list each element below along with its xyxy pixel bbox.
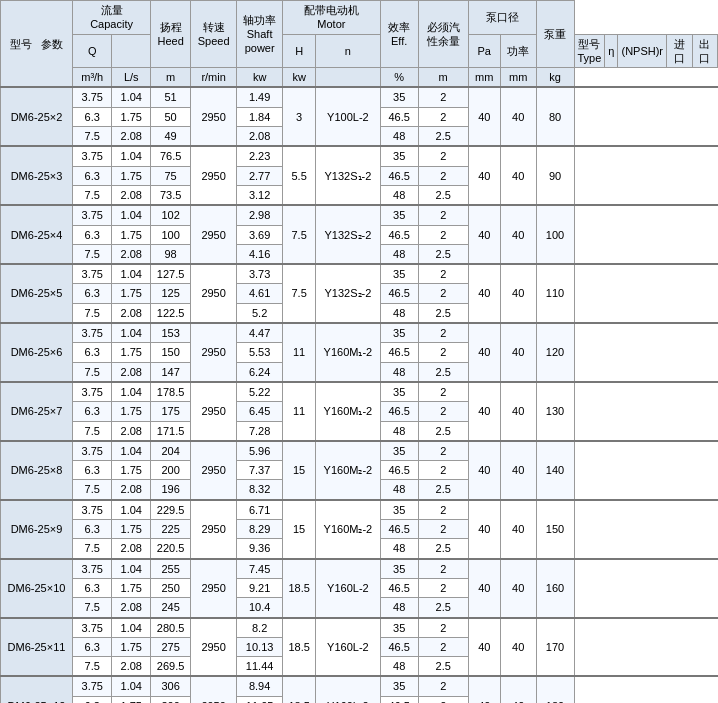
h-val: 300: [151, 696, 191, 703]
pa-val: 2.08: [237, 127, 283, 147]
weight-val: 160: [536, 559, 574, 618]
q-val: 7.5: [73, 598, 112, 618]
model-cell: DM6-25×3: [1, 146, 73, 205]
eff-val: 46.5: [380, 461, 418, 480]
speed-val: 2950: [191, 441, 237, 500]
pa-val: 10.13: [237, 637, 283, 656]
col-sub-outlet: 出口: [692, 34, 718, 68]
pa-val: 1.49: [237, 87, 283, 107]
q-val: 7.5: [73, 303, 112, 323]
speed-val: 2950: [191, 676, 237, 703]
col-sub-eta: η: [605, 34, 618, 68]
speed-val: 2950: [191, 146, 237, 205]
h-val: 255: [151, 559, 191, 579]
h-val: 150: [151, 343, 191, 362]
eff-val: 46.5: [380, 225, 418, 244]
ls-val: 1.04: [112, 382, 151, 402]
weight-val: 100: [536, 205, 574, 264]
npsh-val: 2: [418, 637, 468, 656]
ls-val: 2.08: [112, 657, 151, 677]
ls-val: 2.08: [112, 480, 151, 500]
inlet-val: 40: [468, 618, 500, 677]
unit-q-m3: m³/h: [73, 68, 112, 88]
kw-val: 18.5: [283, 559, 316, 618]
weight-val: 170: [536, 618, 574, 677]
h-val: 100: [151, 225, 191, 244]
ls-val: 1.04: [112, 264, 151, 284]
pa-val: 2.23: [237, 146, 283, 166]
model-cell: DM6-25×12: [1, 676, 73, 703]
eff-val: 46.5: [380, 520, 418, 539]
main-table-wrapper: 型号 参数 流量Capacity 扬程Heed 转速Speed 轴功率Shaft…: [0, 0, 718, 703]
motor-val: Y160M₂-2: [316, 441, 381, 500]
table-row: DM6-25×23.751.045129501.493Y100L-2352404…: [1, 87, 718, 107]
ls-val: 1.75: [112, 402, 151, 421]
unit-h: m: [151, 68, 191, 88]
ls-val: 1.04: [112, 323, 151, 343]
npsh-val: 2: [418, 146, 468, 166]
eff-val: 48: [380, 598, 418, 618]
kw-val: 15: [283, 500, 316, 559]
outlet-val: 40: [500, 146, 536, 205]
col-sub-kw: 功率: [500, 34, 536, 68]
inlet-val: 40: [468, 500, 500, 559]
ls-val: 2.08: [112, 598, 151, 618]
npsh-val: 2.5: [418, 657, 468, 677]
eff-val: 35: [380, 205, 418, 225]
ls-val: 2.08: [112, 185, 151, 205]
inlet-val: 40: [468, 264, 500, 323]
npsh-val: 2: [418, 107, 468, 126]
speed-val: 2950: [191, 87, 237, 146]
outlet-val: 40: [500, 500, 536, 559]
weight-val: 80: [536, 87, 574, 146]
q-val: 7.5: [73, 244, 112, 264]
q-val: 6.3: [73, 696, 112, 703]
outlet-val: 40: [500, 323, 536, 382]
col-sub-q: Q: [73, 34, 112, 68]
q-val: 3.75: [73, 205, 112, 225]
outlet-val: 40: [500, 676, 536, 703]
col-header-eff: 效率Eff.: [380, 1, 418, 68]
npsh-val: 2: [418, 676, 468, 696]
npsh-val: 2: [418, 382, 468, 402]
col-header-head: 扬程Heed: [151, 1, 191, 68]
motor-val: Y160L-2: [316, 618, 381, 677]
outlet-val: 40: [500, 382, 536, 441]
pa-val: 5.2: [237, 303, 283, 323]
inlet-val: 40: [468, 146, 500, 205]
ls-val: 1.04: [112, 676, 151, 696]
h-val: 250: [151, 578, 191, 597]
table-row: DM6-25×33.751.0476.529502.235.5Y132S₁-23…: [1, 146, 718, 166]
pa-val: 11.05: [237, 696, 283, 703]
q-val: 6.3: [73, 578, 112, 597]
unit-npsh: m: [418, 68, 468, 88]
model-cell: DM6-25×11: [1, 618, 73, 677]
pa-val: 1.84: [237, 107, 283, 126]
q-val: 3.75: [73, 559, 112, 579]
pa-val: 5.22: [237, 382, 283, 402]
pa-val: 3.73: [237, 264, 283, 284]
pa-val: 3.12: [237, 185, 283, 205]
header-row-3: m³/h L/s m r/min kw kw % m mm mm kg: [1, 68, 718, 88]
npsh-val: 2: [418, 559, 468, 579]
q-val: 3.75: [73, 618, 112, 638]
q-val: 3.75: [73, 500, 112, 520]
motor-val: Y160M₁-2: [316, 382, 381, 441]
q-val: 7.5: [73, 185, 112, 205]
pa-val: 6.24: [237, 362, 283, 382]
eff-val: 35: [380, 676, 418, 696]
pa-val: 9.36: [237, 539, 283, 559]
q-val: 7.5: [73, 480, 112, 500]
pa-val: 2.77: [237, 166, 283, 185]
ls-val: 2.08: [112, 362, 151, 382]
table-row: DM6-25×103.751.0425529507.4518.5Y160L-23…: [1, 559, 718, 579]
h-val: 175: [151, 402, 191, 421]
h-val: 229.5: [151, 500, 191, 520]
pa-val: 7.45: [237, 559, 283, 579]
npsh-val: 2.5: [418, 244, 468, 264]
eff-val: 46.5: [380, 166, 418, 185]
h-val: 220.5: [151, 539, 191, 559]
h-val: 269.5: [151, 657, 191, 677]
q-val: 7.5: [73, 539, 112, 559]
q-val: 3.75: [73, 676, 112, 696]
